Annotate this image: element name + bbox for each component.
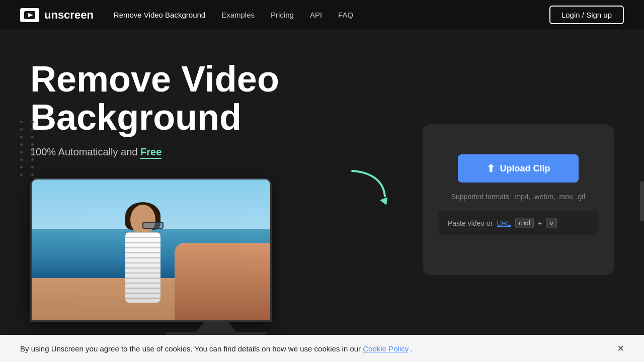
person-body-stripes — [125, 232, 160, 303]
cookie-text: By using Unscreen you agree to the use o… — [20, 344, 413, 353]
url-link[interactable]: URL — [497, 219, 511, 227]
monitor-stand — [196, 322, 236, 332]
formats-text: Supported formats: .mp4, .webm, .mov, .g… — [451, 193, 586, 201]
dots-decoration — [20, 121, 37, 176]
person-silhouette — [115, 200, 171, 320]
monitor — [30, 178, 272, 322]
nav-left: unscreen Remove Video Background Example… — [20, 8, 353, 22]
logo-icon — [20, 8, 39, 22]
cmd-key: cmd — [515, 218, 534, 228]
hero-section: Remove Video Background 100% Automatical… — [0, 30, 644, 359]
paste-bar: Paste video or URL cmd + v — [438, 211, 599, 235]
login-button[interactable]: Login / Sign up — [549, 6, 624, 24]
upload-card: ⬆ Upload Clip Supported formats: .mp4, .… — [423, 124, 614, 275]
hero-right: ⬆ Upload Clip Supported formats: .mp4, .… — [423, 60, 614, 339]
cookie-close-button[interactable]: × — [617, 342, 624, 355]
navbar: unscreen Remove Video Background Example… — [0, 0, 644, 30]
brand-name: unscreen — [44, 9, 94, 22]
cookie-banner: By using Unscreen you agree to the use o… — [0, 335, 644, 362]
beach-cliff — [175, 243, 270, 320]
person-head — [130, 205, 155, 235]
nav-item-pricing[interactable]: Pricing — [271, 11, 294, 20]
hero-left: Remove Video Background 100% Automatical… — [30, 60, 403, 339]
nav-item-remove-bg[interactable]: Remove Video Background — [114, 11, 205, 20]
scrollbar-hint[interactable] — [640, 181, 644, 221]
v-key: v — [546, 218, 557, 228]
nav-item-faq[interactable]: FAQ — [338, 11, 353, 20]
upload-clip-button[interactable]: ⬆ Upload Clip — [458, 154, 579, 183]
nav-item-api[interactable]: API — [310, 11, 322, 20]
hero-title: Remove Video Background — [30, 60, 403, 136]
hero-subtitle: 100% Automatically and Free — [30, 146, 403, 158]
logo[interactable]: unscreen — [20, 8, 94, 22]
cookie-policy-link[interactable]: Cookie Policy — [363, 344, 409, 353]
nav-item-examples[interactable]: Examples — [221, 11, 255, 20]
person-body — [125, 232, 160, 303]
nav-links: Remove Video Background Examples Pricing… — [114, 11, 353, 20]
monitor-wrapper — [30, 178, 403, 339]
glasses — [142, 222, 164, 229]
upload-icon: ⬆ — [487, 162, 495, 174]
monitor-screen — [32, 179, 270, 320]
